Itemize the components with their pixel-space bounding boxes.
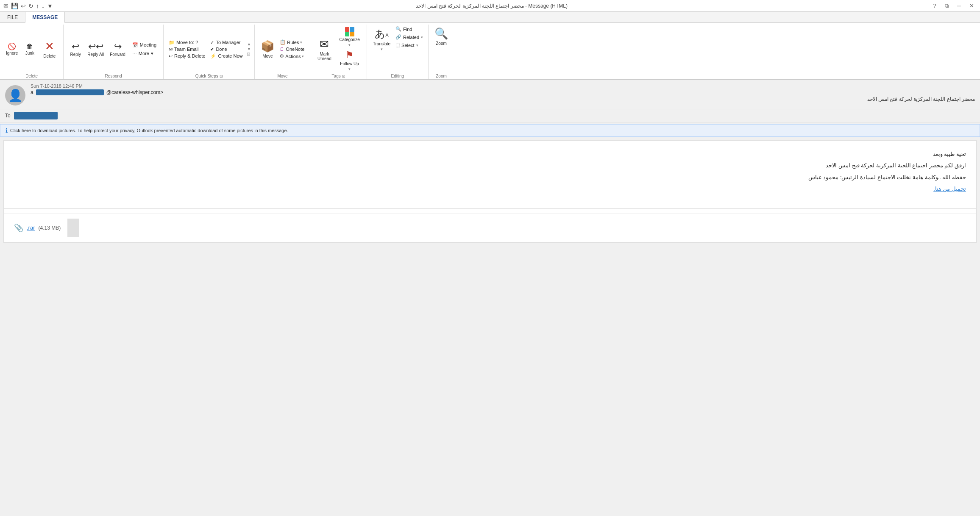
find-icon: 🔍 xyxy=(395,26,401,32)
window-controls: ? ⧉ ─ ✕ xyxy=(931,2,977,10)
rules-icon: 📋 xyxy=(280,39,286,45)
reply-all-button[interactable]: ↩↩ Reply All xyxy=(85,41,106,58)
editing-group-label: Editing xyxy=(391,73,404,79)
reply-delete-label: Reply & Delete xyxy=(174,53,205,58)
move-group-label: Move xyxy=(277,73,287,79)
move-label: Move xyxy=(262,54,273,58)
info-icon: ℹ xyxy=(6,127,8,134)
junk-button[interactable]: 🗑 Junk xyxy=(21,42,38,57)
respond-group-label: Respond xyxy=(105,73,122,79)
email-header: 👤 Sun 7-10-2018 12:46 PM a @careless-whi… xyxy=(0,80,980,109)
onenote-button[interactable]: 🗒 OneNote xyxy=(278,46,306,52)
meeting-label: Meeting xyxy=(140,42,156,47)
translate-button[interactable]: あA Translate ▾ xyxy=(370,25,393,73)
reply-all-icon: ↩↩ xyxy=(88,42,103,51)
select-icon: ⬚ xyxy=(395,42,400,48)
move-to-button[interactable]: 📁 Move to: ? xyxy=(167,39,207,46)
undo-qa-icon[interactable]: ↩ xyxy=(21,3,26,9)
minimize-button[interactable]: ─ xyxy=(955,2,963,10)
quicksteps-scroll[interactable]: ▲ ▼ ⊡ xyxy=(246,42,251,57)
more-button[interactable]: ⋯ More ▾ xyxy=(131,50,158,57)
zoom-button[interactable]: 🔍 Zoom xyxy=(432,25,451,47)
related-arrow-icon: ▾ xyxy=(421,35,423,39)
email-qa-icon[interactable]: ✉ xyxy=(3,3,8,9)
email-subject: محضر اجتماع اللجنة المركزية لحركة فتح ام… xyxy=(31,96,975,102)
info-bar[interactable]: ℹ Click here to download pictures. To he… xyxy=(0,124,980,137)
ignore-icon: 🚫 xyxy=(8,43,16,50)
redo-qa-icon[interactable]: ↻ xyxy=(28,3,33,9)
email-from-row: a @careless-whisper.com> xyxy=(31,89,975,95)
dropdown-qa-icon[interactable]: ▼ xyxy=(47,3,53,9)
tab-message[interactable]: MESSAGE xyxy=(25,12,65,23)
body-line2: ارفق لكم محضر اجتماع اللجنة المركزية لحر… xyxy=(14,161,966,170)
find-label: Find xyxy=(403,27,412,32)
help-button[interactable]: ? xyxy=(931,2,939,10)
tags-launch-icon[interactable]: ⊡ xyxy=(342,74,345,78)
restore-button[interactable]: ⧉ xyxy=(942,2,951,10)
rules-button[interactable]: 📋 Rules ▾ xyxy=(278,39,306,45)
move-button[interactable]: 📦 Move xyxy=(258,39,277,60)
attachment-name[interactable]: .rar xyxy=(27,225,35,231)
team-email-button[interactable]: ✉ Team Email xyxy=(167,46,207,53)
quicksteps-group-label: Quick Steps ⊡ xyxy=(195,73,223,79)
ribbon-group-zoom: 🔍 Zoom Zoom xyxy=(429,25,454,79)
related-button[interactable]: 🔗 Related ▾ xyxy=(394,33,425,41)
done-icon: ✔ xyxy=(210,47,214,52)
rules-label: Rules xyxy=(287,40,299,45)
reply-icon: ↩ xyxy=(72,42,79,51)
categorize-button[interactable]: Categorize ▾ xyxy=(337,26,361,48)
done-button[interactable]: ✔ Done xyxy=(209,46,244,53)
to-label: To xyxy=(5,113,11,119)
team-email-icon: ✉ xyxy=(169,47,173,52)
to-manager-button[interactable]: ✓ To Manager xyxy=(209,39,244,46)
sender-redacted xyxy=(36,89,104,95)
onenote-icon: 🗒 xyxy=(280,47,284,52)
select-button[interactable]: ⬚ Select ▾ xyxy=(394,42,425,49)
ignore-button[interactable]: 🚫 Ignore xyxy=(3,42,20,57)
download-link[interactable]: تحميل من هنا. xyxy=(933,186,966,192)
quicksteps-right: ✓ To Manager ✔ Done ⚡ Create New xyxy=(209,39,244,59)
junk-label: Junk xyxy=(25,51,34,55)
email-inner: تحية طيبة وبعد ارفق لكم محضر اجتماع اللج… xyxy=(3,140,977,243)
create-new-button[interactable]: ⚡ Create New xyxy=(209,53,244,59)
categorize-arrow: ▾ xyxy=(348,43,351,47)
body-line1: تحية طيبة وبعد xyxy=(14,149,966,159)
tab-file[interactable]: FILE xyxy=(0,11,25,22)
meeting-button[interactable]: 📅 Meeting xyxy=(131,42,158,49)
launch-qs-icon[interactable]: ⊡ xyxy=(220,74,223,78)
create-new-label: Create New xyxy=(218,53,242,58)
actions-button[interactable]: ⚙ Actions ▾ xyxy=(278,53,306,59)
follow-up-arrow: ▾ xyxy=(348,67,351,71)
email-to-row: To xyxy=(0,109,980,122)
create-new-icon: ⚡ xyxy=(210,53,216,59)
reply-label: Reply xyxy=(70,52,81,57)
body-line3: حفظه الله ..وكلمة هامة تخللت الاجتماع لس… xyxy=(14,172,966,182)
zoom-label: Zoom xyxy=(436,41,447,46)
junk-icon: 🗑 xyxy=(26,43,33,50)
move-to-label: Move to: ? xyxy=(176,40,198,45)
attachment-thumbnail xyxy=(67,219,79,237)
expand-icon: ⊡ xyxy=(247,52,251,57)
reply-button[interactable]: ↩ Reply xyxy=(67,41,84,58)
more-dropdown-icon: ▾ xyxy=(151,51,153,56)
mark-unread-icon: ✉ xyxy=(320,38,329,51)
body-divider xyxy=(4,208,976,209)
ribbon-group-editing: あA Translate ▾ 🔍 Find 🔗 Related ▾ ⬚ Sele… xyxy=(367,25,429,79)
down-qa-icon[interactable]: ↓ xyxy=(42,3,45,9)
close-button[interactable]: ✕ xyxy=(967,2,977,10)
ribbon-group-respond: ↩ Reply ↩↩ Reply All ↪ Forward 📅 Meeting… xyxy=(64,25,164,79)
delete-button[interactable]: ✕ Delete xyxy=(39,38,60,60)
reply-delete-button[interactable]: ↩ Reply & Delete xyxy=(167,53,207,59)
attachment-icon: 📎 xyxy=(14,223,23,233)
scroll-up-icon: ▲ xyxy=(247,42,251,47)
up-qa-icon[interactable]: ↑ xyxy=(36,3,39,9)
related-icon: 🔗 xyxy=(395,34,401,40)
forward-button[interactable]: ↪ Forward xyxy=(107,41,128,58)
mark-unread-button[interactable]: ✉ MarkUnread xyxy=(314,25,335,73)
save-qa-icon[interactable]: 💾 xyxy=(11,3,18,9)
team-email-label: Team Email xyxy=(174,47,198,52)
email-body: تحية طيبة وبعد ارفق لكم محضر اجتماع اللج… xyxy=(4,141,976,204)
follow-up-button[interactable]: ⚑ Follow Up ▾ xyxy=(337,49,361,72)
find-button[interactable]: 🔍 Find xyxy=(394,25,425,33)
avatar-person-icon: 👤 xyxy=(8,89,23,103)
